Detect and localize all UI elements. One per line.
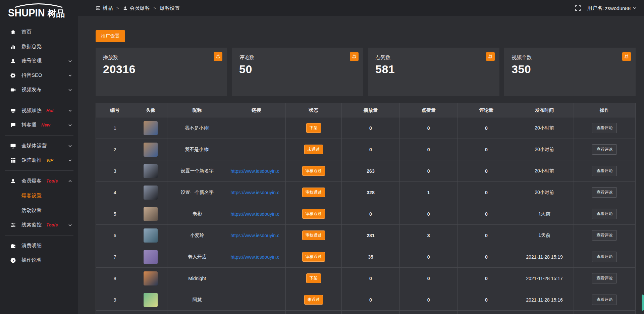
video-link[interactable]: https://www.iesdouyin.c xyxy=(230,190,279,195)
sidebar-item-13[interactable]: ?操作说明 xyxy=(0,253,78,267)
total-badge[interactable]: 总 xyxy=(622,52,631,61)
video-link[interactable]: https://www.iesdouyin.c xyxy=(230,168,279,174)
status-badge[interactable]: 审核通过 xyxy=(302,230,325,240)
cell-status: 审核通过 xyxy=(285,225,341,246)
breadcrumb-item-1[interactable]: 树品 xyxy=(96,5,113,11)
avatar[interactable] xyxy=(144,186,158,200)
sidebar-item-tag: Tools xyxy=(46,222,58,227)
video-link[interactable]: https://www.iesdouyin.c xyxy=(230,211,279,217)
sidebar-item-label: 抖音SEO xyxy=(21,72,42,78)
cell-link: https://www.iesdouyin.c xyxy=(227,225,285,246)
sidebar-item-3[interactable]: 账号管理 xyxy=(0,54,78,68)
sidebar-item-label: 操作说明 xyxy=(21,257,42,263)
view-comments-button[interactable]: 查看评论 xyxy=(592,273,617,283)
sidebar-item-12[interactable]: 消费明细 xyxy=(0,239,78,253)
sidebar-item-4[interactable]: 抖音SEO xyxy=(0,68,78,83)
stat-card-label: 播放数 xyxy=(103,54,220,61)
promotion-settings-button[interactable]: 推广设置 xyxy=(96,30,125,42)
sidebar-item-11[interactable]: 线索监控Tools xyxy=(0,218,78,232)
fullscreen-icon[interactable] xyxy=(575,5,581,11)
view-comments-button[interactable]: 查看评论 xyxy=(592,144,617,155)
view-comments-button[interactable]: 查看评论 xyxy=(592,209,617,219)
username-label: 用户名: xyxy=(587,5,604,11)
breadcrumb-item-3[interactable]: 爆客设置 xyxy=(160,5,180,11)
cell-comments: 0 xyxy=(458,139,515,160)
svg-text:?: ? xyxy=(12,258,14,262)
cell-avatar xyxy=(134,182,167,203)
cell-status: 未通过 xyxy=(285,289,341,311)
view-comments-button[interactable]: 查看评论 xyxy=(592,252,617,262)
status-badge[interactable]: 审核通过 xyxy=(302,188,325,197)
avatar[interactable] xyxy=(144,293,158,307)
view-comments-button[interactable]: 查看评论 xyxy=(592,187,617,198)
view-comments-button[interactable]: 查看评论 xyxy=(592,166,617,176)
cell-link: https://www.iesdouyin.c xyxy=(227,160,285,182)
status-badge[interactable]: 未通过 xyxy=(304,295,323,305)
sidebar-item-9[interactable]: 矩阵助推VIP xyxy=(0,153,78,167)
sidebar-subitem-活动设置[interactable]: 活动设置 xyxy=(0,203,78,218)
table-row: 4设置一个新名字https://www.iesdouyin.c审核通过32810… xyxy=(96,182,636,203)
cell-status: 审核通过 xyxy=(285,160,341,182)
cell-nickname: 设置一个新名字 xyxy=(167,160,227,182)
cell-status: 审核通过 xyxy=(285,203,341,225)
total-badge[interactable]: 总 xyxy=(486,52,495,61)
breadcrumb-label: 会员爆客 xyxy=(130,5,150,11)
avatar[interactable] xyxy=(144,271,158,285)
view-comments-button[interactable]: 查看评论 xyxy=(592,230,617,241)
total-badge[interactable]: 总 xyxy=(214,52,222,61)
cell-nickname: 小爱玲 xyxy=(167,225,227,246)
cell-nickname: 老彬 xyxy=(167,203,227,225)
avatar[interactable] xyxy=(144,207,158,221)
avatar[interactable] xyxy=(144,164,158,178)
status-badge[interactable]: 下架 xyxy=(306,123,321,133)
home-icon xyxy=(10,29,16,35)
sidebar-item-7[interactable]: 抖客通New xyxy=(0,118,78,132)
sidebar-item-tag: New xyxy=(41,122,50,127)
cell-likes: 1 xyxy=(400,182,458,203)
cell-comments: 0 xyxy=(458,160,515,182)
sidebar-item-10[interactable]: 会员爆客Tools xyxy=(0,174,78,188)
status-badge[interactable]: 下架 xyxy=(306,273,321,283)
status-badge[interactable]: 审核通过 xyxy=(302,166,325,176)
column-header-状态: 状态 xyxy=(285,103,341,117)
video-link[interactable]: https://www.iesdouyin.c xyxy=(230,254,279,260)
cell-avatar xyxy=(134,160,167,182)
view-comments-button[interactable]: 查看评论 xyxy=(592,295,617,305)
sidebar-item-5[interactable]: 视频发布 xyxy=(0,83,78,97)
cell-link: https://www.iesdouyin.c xyxy=(227,246,285,268)
brand-name-en: SHUPIN xyxy=(8,7,45,19)
view-comments-button[interactable]: 查看评论 xyxy=(592,123,617,133)
sidebar-subitem-爆客设置[interactable]: 爆客设置 xyxy=(0,188,78,203)
sidebar-item-6[interactable]: 视频加热Hot xyxy=(0,103,78,118)
breadcrumb-separator: > xyxy=(116,6,119,11)
avatar[interactable] xyxy=(144,121,158,135)
table-row: 6小爱玲https://www.iesdouyin.c审核通过281301天前查… xyxy=(96,225,636,246)
brand-logo[interactable]: SHUPIN 树品 xyxy=(0,0,78,23)
video-link[interactable]: https://www.iesdouyin.c xyxy=(230,233,279,238)
cell-likes: 3 xyxy=(400,225,458,246)
avatar[interactable] xyxy=(144,228,158,243)
status-badge[interactable]: 审核通过 xyxy=(302,252,325,262)
cell-link xyxy=(227,268,285,289)
avatar[interactable] xyxy=(144,143,158,157)
cell-status: 下架 xyxy=(285,117,341,139)
cell-id: 5 xyxy=(96,203,134,225)
cell-id: 1 xyxy=(96,117,134,139)
chevron-down-icon xyxy=(68,123,72,127)
status-badge[interactable]: 未通过 xyxy=(304,145,323,154)
table-row: 7老人开店https://www.iesdouyin.c审核通过35002021… xyxy=(96,246,636,268)
question-icon: ? xyxy=(10,257,16,263)
scrollbar-thumb[interactable] xyxy=(642,295,644,311)
cell-avatar xyxy=(134,203,167,225)
user-menu[interactable]: 用户名: zswodun88 xyxy=(587,5,637,11)
sidebar-item-1[interactable]: 首页 xyxy=(0,25,78,39)
breadcrumb-item-2[interactable]: 会员爆客 xyxy=(123,5,150,11)
stat-card-2: 评论数50总 xyxy=(232,48,363,96)
status-badge[interactable]: 审核通过 xyxy=(302,209,325,219)
table-row: 3设置一个新名字https://www.iesdouyin.c审核通过26300… xyxy=(96,160,636,182)
sidebar-item-2[interactable]: 数据总览 xyxy=(0,39,78,54)
cell-plays: 263 xyxy=(341,160,399,182)
sidebar-item-8[interactable]: 全媒体运营 xyxy=(0,139,78,153)
total-badge[interactable]: 总 xyxy=(350,52,359,61)
avatar[interactable] xyxy=(144,250,158,264)
